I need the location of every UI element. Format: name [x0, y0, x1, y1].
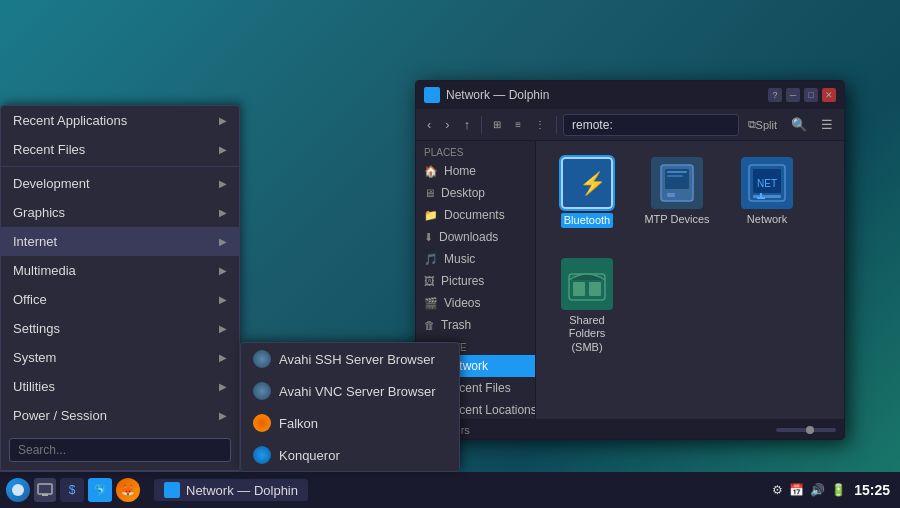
- window-controls: ? ─ □ ✕: [768, 88, 836, 102]
- close-button[interactable]: ✕: [822, 88, 836, 102]
- split-icon: ⧉: [748, 118, 756, 131]
- falkon-label: Falkon: [279, 416, 318, 431]
- desktop-icon: 🖥: [424, 187, 435, 199]
- places-section-label: Places: [416, 141, 535, 160]
- menu-item-internet[interactable]: Internet ▶: [1, 227, 239, 256]
- submenu-avahi-vnc[interactable]: Avahi VNC Server Browser: [241, 375, 459, 407]
- volume-icon[interactable]: 🔊: [810, 483, 825, 497]
- desktop-btn-icon: [37, 483, 53, 497]
- menu-item-recent-apps[interactable]: Recent Applications ▶: [1, 106, 239, 135]
- sidebar-item-videos[interactable]: 🎬Videos: [416, 292, 535, 314]
- search-input[interactable]: [9, 438, 231, 462]
- taskbar-left: $ 🐬 🦊: [0, 478, 146, 502]
- sidebar-item-documents[interactable]: 📁Documents: [416, 204, 535, 226]
- forward-button[interactable]: ›: [440, 114, 454, 135]
- menu-item-settings[interactable]: Settings ▶: [1, 314, 239, 343]
- avahi-vnc-icon: [253, 382, 271, 400]
- mtp-file-icon: [651, 157, 703, 209]
- menu-item-system[interactable]: System ▶: [1, 343, 239, 372]
- menu-item-power[interactable]: Power / Session ▶: [1, 401, 239, 430]
- videos-icon: 🎬: [424, 297, 438, 310]
- arrow-icon10: ▶: [219, 381, 227, 392]
- avahi-ssh-label: Avahi SSH Server Browser: [279, 352, 435, 367]
- location-bar[interactable]: remote:: [563, 114, 739, 136]
- dolphin-taskbar-window[interactable]: Network — Dolphin: [154, 479, 308, 501]
- up-button[interactable]: ↑: [459, 114, 476, 135]
- minimize-button[interactable]: ─: [786, 88, 800, 102]
- svg-rect-3: [667, 193, 675, 197]
- zoom-thumb: [806, 426, 814, 434]
- avahi-vnc-label: Avahi VNC Server Browser: [279, 384, 436, 399]
- network-item[interactable]: NET Network: [732, 157, 802, 228]
- menu-item-multimedia[interactable]: Multimedia ▶: [1, 256, 239, 285]
- calendar-icon[interactable]: 📅: [789, 483, 804, 497]
- search-button[interactable]: 🔍: [786, 114, 812, 135]
- split-label: Split: [756, 119, 777, 131]
- sidebar-item-desktop[interactable]: 🖥Desktop: [416, 182, 535, 204]
- icons-view-button[interactable]: ⊞: [488, 116, 506, 133]
- arrow-icon7: ▶: [219, 294, 227, 305]
- dolphin-taskbar-icon[interactable]: 🐬: [88, 478, 112, 502]
- menu-item-development[interactable]: Development ▶: [1, 169, 239, 198]
- zoom-slider[interactable]: [776, 428, 836, 432]
- sidebar-item-home[interactable]: 🏠Home: [416, 160, 535, 182]
- arrow-icon6: ▶: [219, 265, 227, 276]
- firefox-button[interactable]: 🦊: [116, 478, 140, 502]
- sidebar-item-trash[interactable]: 🗑Trash: [416, 314, 535, 336]
- bluetooth-label: Bluetooth: [561, 213, 613, 228]
- menu-item-utilities[interactable]: Utilities ▶: [1, 372, 239, 401]
- menu-button[interactable]: ☰: [816, 114, 838, 135]
- arrow-icon: ▶: [219, 115, 227, 126]
- split-button[interactable]: ⧉ Split: [743, 115, 782, 134]
- submenu-falkon[interactable]: Falkon: [241, 407, 459, 439]
- network-label: Network: [747, 213, 787, 226]
- location-text: remote:: [572, 118, 613, 132]
- mtp-item[interactable]: MTP Devices: [642, 157, 712, 228]
- bluetooth-svg: ⚡: [571, 167, 603, 199]
- home-icon: 🏠: [424, 165, 438, 178]
- downloads-icon: ⬇: [424, 231, 433, 244]
- sidebar-item-music[interactable]: 🎵Music: [416, 248, 535, 270]
- submenu-avahi-ssh[interactable]: Avahi SSH Server Browser: [241, 343, 459, 375]
- taskbar-right: ⚙ 📅 🔊 🔋 15:25: [762, 482, 900, 498]
- details-view-button[interactable]: ≡: [510, 116, 526, 133]
- shared-file-icon: [561, 258, 613, 310]
- bluetooth-item[interactable]: ⚡ Bluetooth: [552, 157, 622, 228]
- back-button[interactable]: ‹: [422, 114, 436, 135]
- arrow-icon9: ▶: [219, 352, 227, 363]
- battery-icon[interactable]: 🔋: [831, 483, 846, 497]
- trash-label: Trash: [441, 318, 471, 332]
- menu-item-recent-files[interactable]: Recent Files ▶: [1, 135, 239, 164]
- mtp-label: MTP Devices: [644, 213, 709, 226]
- menu-separator: [1, 166, 239, 167]
- menu-item-office[interactable]: Office ▶: [1, 285, 239, 314]
- svg-rect-13: [573, 282, 585, 296]
- show-desktop-button[interactable]: [34, 478, 56, 502]
- graphics-label: Graphics: [13, 205, 65, 220]
- kde-menu-button[interactable]: [6, 478, 30, 502]
- help-button[interactable]: ?: [768, 88, 782, 102]
- settings-tray-icon[interactable]: ⚙: [772, 483, 783, 497]
- sidebar-item-downloads[interactable]: ⬇Downloads: [416, 226, 535, 248]
- maximize-button[interactable]: □: [804, 88, 818, 102]
- documents-icon: 📁: [424, 209, 438, 222]
- submenu-konqueror[interactable]: Konqueror: [241, 439, 459, 471]
- avahi-ssh-icon: [253, 350, 271, 368]
- columns-view-button[interactable]: ⋮: [530, 116, 550, 133]
- arrow-icon11: ▶: [219, 410, 227, 421]
- arrow-icon4: ▶: [219, 207, 227, 218]
- titlebar: Network — Dolphin ? ─ □ ✕: [416, 81, 844, 109]
- mtp-svg: [653, 159, 701, 207]
- sidebar-item-pictures[interactable]: 🖼Pictures: [416, 270, 535, 292]
- svg-text:⚡: ⚡: [579, 170, 603, 197]
- dolphin-title: Network — Dolphin: [446, 88, 762, 102]
- clock[interactable]: 15:25: [854, 482, 890, 498]
- dolphin-main: ⚡ Bluetooth: [536, 141, 844, 419]
- shared-item[interactable]: Shared Folders(SMB): [552, 258, 622, 354]
- svg-rect-17: [42, 494, 48, 496]
- menu-item-graphics[interactable]: Graphics ▶: [1, 198, 239, 227]
- konqueror-icon: [253, 446, 271, 464]
- bluetooth-file-icon: ⚡: [561, 157, 613, 209]
- development-label: Development: [13, 176, 90, 191]
- terminal-button[interactable]: $: [60, 478, 84, 502]
